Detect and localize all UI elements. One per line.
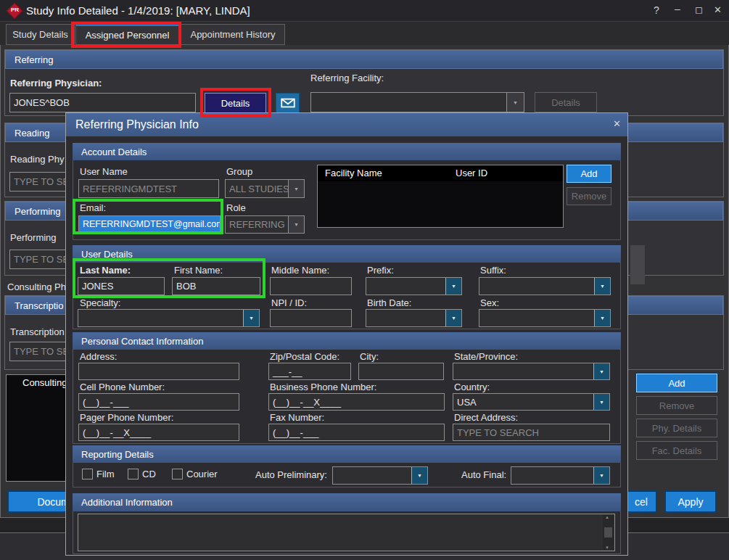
highlight-box-assigned-personnel: [71, 22, 181, 48]
app-window: PR Study Info Detailed - 1/4/2019: [MARY…: [0, 0, 729, 560]
npi-id-input[interactable]: [270, 309, 352, 327]
city-label: City:: [360, 351, 379, 362]
consulting-remove-button[interactable]: Remove: [636, 396, 717, 415]
group-select[interactable]: ALL STUDIES ▼: [225, 179, 305, 198]
send-email-button[interactable]: [276, 93, 300, 113]
chevron-down-icon[interactable]: ▼: [411, 466, 428, 485]
chevron-down-icon[interactable]: ▼: [445, 277, 462, 295]
middle-name-input[interactable]: [270, 277, 352, 295]
tab-study-details[interactable]: Study Details: [6, 24, 75, 45]
chevron-down-icon[interactable]: ▼: [593, 466, 610, 485]
chevron-down-icon[interactable]: ▼: [243, 309, 260, 327]
cancel-button[interactable]: cel: [627, 490, 657, 513]
film-label: Film: [96, 469, 115, 479]
sex-select[interactable]: ▼: [479, 309, 611, 327]
consulting-physicians-label: Consulting Ph: [7, 281, 66, 292]
envelope-icon: [281, 98, 295, 108]
courier-checkbox[interactable]: [172, 469, 183, 479]
zip-input[interactable]: ___-__: [268, 363, 351, 380]
role-label: Role: [226, 202, 246, 213]
minimize-icon[interactable]: –: [675, 3, 680, 15]
country-select[interactable]: USA ▼: [453, 393, 610, 411]
address-input[interactable]: [78, 363, 239, 380]
chevron-down-icon[interactable]: ▼: [594, 309, 611, 327]
referring-facility-details-button[interactable]: Details: [535, 92, 597, 112]
middle-name-label: Middle Name:: [271, 265, 329, 276]
tab-appointment-history[interactable]: Appointment History: [181, 24, 285, 45]
scroll-down-icon[interactable]: ▼: [605, 545, 609, 550]
apply-button[interactable]: Apply: [664, 490, 717, 513]
role-select[interactable]: REFERRING MD ▼: [225, 215, 305, 234]
background-scrollbar-fragment: [630, 245, 645, 284]
auto-preliminary-select[interactable]: ▼: [332, 466, 428, 485]
window-title: Study Info Detailed - 1/4/2019: [MARY, L…: [26, 4, 250, 17]
user-name-input[interactable]: REFERRINGMDTEST: [78, 179, 219, 198]
specialty-select[interactable]: ▼: [78, 309, 260, 327]
chevron-down-icon[interactable]: ▼: [593, 363, 610, 380]
additional-info-header: Additional Information: [73, 493, 621, 511]
birth-date-select[interactable]: ▼: [366, 309, 462, 327]
chevron-down-icon[interactable]: ▼: [594, 277, 611, 295]
auto-preliminary-label: Auto Preliminary:: [255, 469, 327, 480]
transcriptionist-label: Transcription: [10, 326, 65, 337]
prefix-select[interactable]: ▼: [366, 277, 462, 295]
birth-date-label: Birth Date:: [367, 297, 411, 308]
help-icon[interactable]: ?: [654, 4, 659, 16]
maximize-icon[interactable]: ◻: [695, 4, 703, 15]
chevron-down-icon[interactable]: ▼: [445, 309, 462, 327]
facility-add-button[interactable]: Add: [567, 165, 611, 183]
country-label: Country:: [454, 382, 490, 392]
facility-name-column: Facility Name: [325, 168, 382, 178]
pager-phone-input[interactable]: (__)__-__X____: [78, 424, 239, 441]
scroll-up-icon[interactable]: ▲: [605, 515, 609, 519]
fax-number-input[interactable]: (__)__-___: [268, 424, 445, 441]
dialog-title: Referring Physician Info: [66, 118, 199, 131]
referring-header: Referring: [5, 50, 723, 69]
direct-address-label: Direct Address:: [454, 412, 518, 423]
scrollbar-thumb[interactable]: [604, 527, 612, 538]
state-select[interactable]: ▼: [453, 363, 610, 380]
state-label: State/Province:: [454, 351, 518, 362]
consulting-add-button[interactable]: Add: [636, 374, 717, 392]
highlight-box-details-button: [200, 88, 271, 118]
additional-info-textarea[interactable]: ▲ ▼: [78, 514, 615, 551]
cd-label: CD: [142, 469, 156, 479]
film-checkbox[interactable]: [82, 469, 93, 479]
fax-number-label: Fax Number:: [270, 412, 324, 423]
cell-phone-label: Cell Phone Number:: [80, 382, 165, 392]
facility-table[interactable]: Facility Name User ID: [317, 165, 564, 228]
cell-phone-input[interactable]: (__)__-___: [78, 393, 239, 411]
chevron-down-icon[interactable]: ▼: [506, 92, 524, 112]
reading-physician-label: Reading Phy: [10, 154, 64, 165]
facility-table-header-row: Facility Name User ID: [318, 165, 563, 181]
suffix-select[interactable]: ▼: [479, 277, 611, 295]
city-input[interactable]: [358, 363, 444, 380]
referring-physician-input[interactable]: JONES^BOB: [9, 93, 196, 112]
facility-remove-button[interactable]: Remove: [567, 187, 611, 205]
auto-final-select[interactable]: ▼: [511, 466, 610, 485]
referring-facility-select[interactable]: ▼: [310, 92, 524, 112]
cd-checkbox[interactable]: [128, 469, 139, 479]
chevron-down-icon[interactable]: ▼: [288, 179, 305, 198]
highlight-box-email: [73, 199, 223, 234]
phy-details-button[interactable]: Phy. Details: [636, 419, 717, 437]
suffix-label: Suffix:: [480, 265, 506, 276]
npi-id-label: NPI / ID:: [271, 297, 307, 308]
pr-logo-text: PR: [11, 7, 19, 13]
fac-details-button[interactable]: Fac. Details: [636, 441, 717, 460]
user-id-column: User ID: [456, 168, 487, 178]
reporting-details-header: Reporting Details: [73, 445, 621, 463]
chevron-down-icon[interactable]: ▼: [288, 215, 305, 234]
dialog-close-icon[interactable]: ✕: [613, 118, 621, 129]
account-details-header: Account Details: [73, 143, 621, 160]
business-phone-label: Business Phone Number:: [270, 382, 376, 392]
dialog-title-bar: Referring Physician Info: [66, 113, 627, 136]
sex-label: Sex:: [480, 297, 499, 308]
chevron-down-icon[interactable]: ▼: [593, 393, 610, 411]
textarea-scrollbar[interactable]: ▲ ▼: [603, 515, 614, 550]
referring-facility-label: Referring Facility:: [310, 73, 384, 83]
direct-address-input[interactable]: TYPE TO SEARCH: [453, 424, 610, 441]
business-phone-input[interactable]: (__)__-__X____: [268, 393, 445, 411]
close-icon[interactable]: ✕: [714, 4, 722, 15]
courier-label: Courier: [186, 469, 218, 479]
